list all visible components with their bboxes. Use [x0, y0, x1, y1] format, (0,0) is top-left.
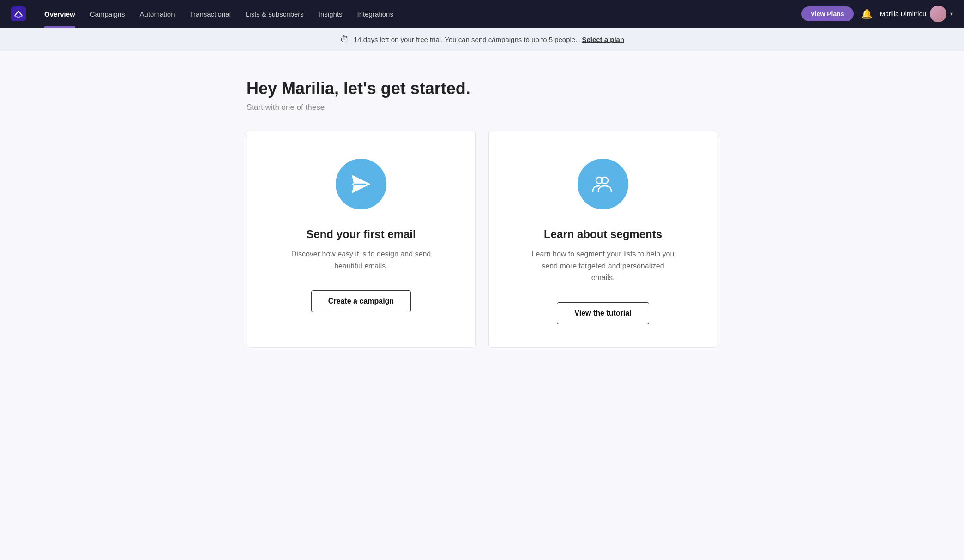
navbar: Overview Campaigns Automation Transactio…	[0, 0, 964, 28]
nav-item-integrations[interactable]: Integrations	[350, 0, 401, 28]
svg-rect-0	[11, 6, 26, 21]
view-tutorial-button[interactable]: View the tutorial	[557, 302, 649, 324]
learn-segments-card: Learn about segments Learn how to segmen…	[488, 131, 717, 348]
user-menu[interactable]: Marilia Dimitriou ▾	[880, 6, 953, 22]
trial-banner: ⏱ 14 days left on your free trial. You c…	[0, 28, 964, 51]
nav-item-overview[interactable]: Overview	[37, 0, 83, 28]
app-logo[interactable]	[11, 6, 26, 21]
nav-item-lists-subscribers[interactable]: Lists & subscribers	[238, 0, 311, 28]
nav-item-insights[interactable]: Insights	[311, 0, 350, 28]
nav-item-campaigns[interactable]: Campaigns	[83, 0, 133, 28]
notifications-bell-icon[interactable]: 🔔	[859, 6, 874, 21]
clock-icon: ⏱	[340, 34, 349, 45]
cards-row: Send your first email Discover how easy …	[247, 131, 717, 348]
trial-message: 14 days left on your free trial. You can…	[354, 36, 578, 43]
nav-item-automation[interactable]: Automation	[133, 0, 182, 28]
avatar	[930, 6, 946, 22]
nav-items: Overview Campaigns Automation Transactio…	[37, 0, 801, 28]
nav-item-transactional[interactable]: Transactional	[182, 0, 238, 28]
send-email-icon-circle	[336, 159, 386, 209]
select-plan-link[interactable]: Select a plan	[582, 36, 624, 43]
user-name: Marilia Dimitriou	[880, 10, 926, 18]
chevron-down-icon: ▾	[950, 11, 953, 17]
create-campaign-button[interactable]: Create a campaign	[311, 290, 411, 312]
learn-segments-icon-circle	[578, 159, 628, 209]
greeting-title: Hey Marilia, let's get started.	[247, 79, 717, 98]
main-content: Hey Marilia, let's get started. Start wi…	[228, 51, 736, 375]
send-email-card-desc: Discover how easy it is to design and se…	[287, 248, 435, 272]
send-email-card: Send your first email Discover how easy …	[247, 131, 476, 348]
group-icon	[591, 172, 615, 196]
send-email-card-title: Send your first email	[306, 228, 416, 241]
learn-segments-card-desc: Learn how to segment your lists to help …	[529, 248, 677, 284]
learn-segments-card-title: Learn about segments	[544, 228, 662, 241]
view-plans-button[interactable]: View Plans	[801, 6, 854, 21]
send-icon	[349, 172, 373, 196]
nav-right: View Plans 🔔 Marilia Dimitriou ▾	[801, 6, 953, 22]
greeting-subtitle: Start with one of these	[247, 103, 717, 112]
